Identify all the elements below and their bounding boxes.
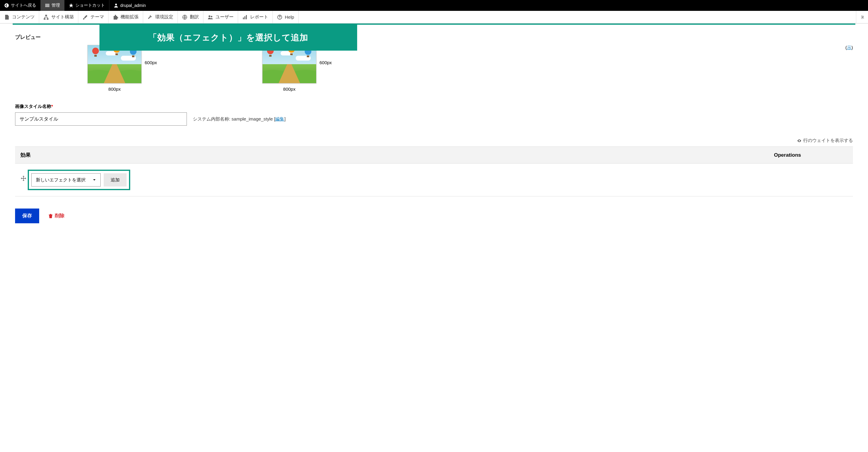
- topbar: サイトへ戻る 管理 ショートカット drupal_admin: [0, 0, 868, 11]
- preview-images-row: 600px 800px 600px: [87, 45, 853, 92]
- svg-rect-2: [45, 5, 50, 6]
- chart-icon: [242, 14, 248, 20]
- svg-point-10: [211, 16, 213, 17]
- adminbar-translation[interactable]: 翻訳: [178, 11, 204, 23]
- svg-rect-11: [243, 18, 244, 19]
- username-label: drupal_admin: [120, 3, 146, 8]
- user-menu[interactable]: drupal_admin: [110, 0, 150, 11]
- svg-rect-7: [47, 19, 49, 20]
- manage-toggle[interactable]: 管理: [41, 0, 64, 11]
- wrench-icon: [147, 14, 153, 20]
- add-effect-row: 新しいエフェクトを選択 追加: [15, 164, 853, 196]
- preview-styled: 600px 800px: [262, 45, 316, 92]
- adminbar-people[interactable]: ユーザー: [204, 11, 238, 23]
- add-effect-button[interactable]: 追加: [104, 173, 127, 187]
- adminbar-content[interactable]: コンテンツ: [0, 11, 39, 23]
- show-weights-toggle[interactable]: 行のウェイトを表示する: [15, 138, 853, 143]
- adminbar: コンテンツ サイト構築 テーマ 機能拡張 環境設定 翻訳 ユーザー レポート H…: [0, 11, 868, 24]
- back-to-site-link[interactable]: サイトへ戻る: [0, 0, 41, 11]
- manage-label: 管理: [52, 3, 60, 8]
- svg-rect-1: [45, 4, 50, 4]
- machine-name-display: システム内部名称: sample_image_style [編集]: [193, 116, 286, 122]
- actions-row: 保存 削除: [15, 208, 853, 223]
- globe-icon: [182, 14, 187, 20]
- style-name-row: 画像スタイル名称* システム内部名称: sample_image_style […: [15, 104, 853, 126]
- svg-rect-3: [45, 6, 50, 7]
- preview-original-image: [87, 45, 142, 84]
- svg-point-0: [4, 3, 9, 7]
- required-indicator: *: [51, 104, 53, 109]
- adminbar-structure[interactable]: サイト構築: [39, 11, 79, 23]
- show-link[interactable]: 示: [847, 45, 851, 50]
- svg-rect-5: [45, 15, 47, 16]
- adminbar-help-label: Help: [285, 14, 294, 20]
- adminbar-people-label: ユーザー: [216, 14, 234, 20]
- col-effect-header: 効果: [15, 147, 769, 164]
- adminbar-configuration[interactable]: 環境設定: [143, 11, 178, 23]
- svg-rect-6: [44, 19, 45, 20]
- style-name-label: 画像スタイル名称*: [15, 104, 853, 109]
- eye-icon: [797, 139, 801, 143]
- adminbar-translation-label: 翻訳: [190, 14, 199, 20]
- user-icon: [114, 3, 119, 8]
- drag-handle[interactable]: [21, 175, 27, 182]
- adminbar-reports[interactable]: レポート: [238, 11, 273, 23]
- instruction-overlay: 「効果（エフェクト）」を選択して追加: [99, 25, 357, 51]
- people-icon: [208, 14, 213, 20]
- chevron-down-icon: [93, 178, 96, 182]
- preview-original: 600px 800px: [87, 45, 142, 92]
- effect-select[interactable]: 新しいエフェクトを選択: [31, 173, 101, 187]
- effect-select-value: 新しいエフェクトを選択: [36, 177, 86, 183]
- collapse-arrow-icon: [860, 14, 865, 20]
- adminbar-extend-label: 機能拡張: [121, 14, 138, 20]
- brush-icon: [83, 14, 88, 20]
- help-icon: [277, 14, 282, 20]
- collapse-toggle[interactable]: [856, 11, 868, 23]
- svg-point-9: [209, 15, 210, 17]
- hamburger-icon: [45, 3, 50, 8]
- move-icon: [21, 175, 27, 182]
- adminbar-help[interactable]: Help: [273, 11, 299, 23]
- col-operations-header: Operations: [769, 147, 853, 164]
- machine-name-edit-link[interactable]: 編集: [275, 116, 284, 122]
- back-arrow-icon: [4, 3, 9, 8]
- save-button[interactable]: 保存: [15, 208, 39, 223]
- svg-rect-13: [246, 15, 247, 19]
- content-area: 「効果（エフェクト）」を選択して追加 プレビュー オリジ (示): [0, 25, 868, 235]
- effects-table: 効果 Operations 新しいエフェクトを選択 追加: [15, 147, 853, 196]
- adminbar-configuration-label: 環境設定: [155, 14, 173, 20]
- back-to-site-label: サイトへ戻る: [11, 3, 36, 8]
- adminbar-content-label: コンテンツ: [12, 14, 35, 20]
- adminbar-reports-label: レポート: [250, 14, 268, 20]
- adminbar-extend[interactable]: 機能拡張: [108, 11, 143, 23]
- adminbar-appearance[interactable]: テーマ: [79, 11, 108, 23]
- trash-icon: [48, 214, 53, 219]
- structure-icon: [43, 14, 49, 20]
- svg-point-15: [279, 18, 280, 19]
- star-icon: [69, 3, 73, 8]
- show-link-wrapper: (示): [845, 45, 853, 51]
- preview-styled-height: 600px: [319, 60, 332, 65]
- adminbar-appearance-label: テーマ: [90, 14, 104, 20]
- style-name-input[interactable]: [15, 112, 187, 126]
- adminbar-structure-label: サイト構築: [51, 14, 74, 20]
- preview-styled-width: 800px: [262, 87, 316, 92]
- svg-point-4: [115, 4, 117, 5]
- delete-link[interactable]: 削除: [48, 213, 64, 219]
- preview-original-width: 800px: [87, 87, 142, 92]
- effect-select-highlight: 新しいエフェクトを選択 追加: [28, 170, 130, 190]
- puzzle-icon: [113, 14, 118, 20]
- preview-styled-image: [262, 45, 316, 84]
- preview-original-height: 600px: [145, 60, 157, 65]
- shortcuts-label: ショートカット: [75, 3, 105, 8]
- document-icon: [4, 14, 10, 20]
- svg-rect-12: [244, 16, 245, 19]
- shortcuts-link[interactable]: ショートカット: [64, 0, 110, 11]
- overlay-text: 「効果（エフェクト）」を選択して追加: [149, 33, 308, 42]
